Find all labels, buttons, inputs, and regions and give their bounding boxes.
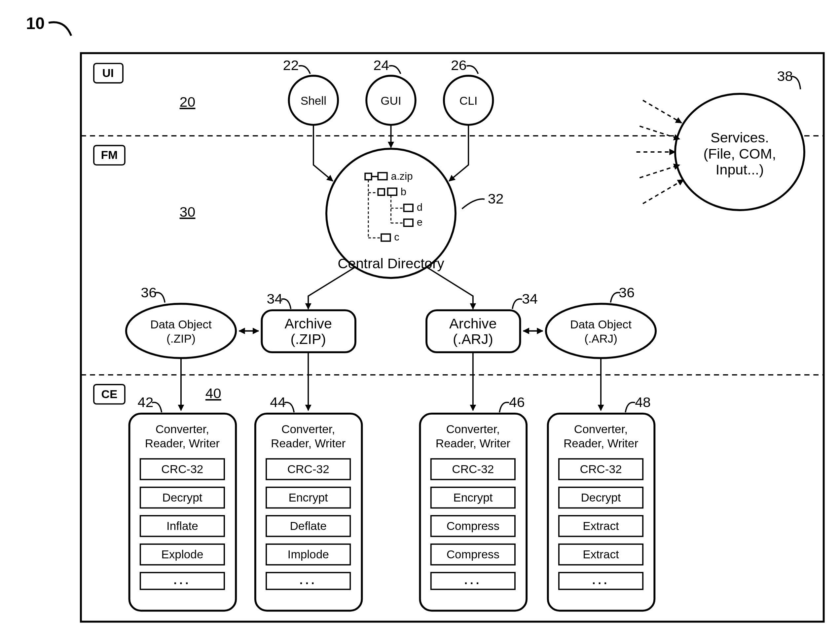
svg-text:...: ... bbox=[300, 574, 317, 587]
figure-ref: 10 bbox=[26, 14, 45, 33]
svg-text:Converter,: Converter, bbox=[574, 422, 628, 435]
svg-text:Converter,: Converter, bbox=[281, 422, 335, 435]
svg-text:CRC-32: CRC-32 bbox=[580, 462, 622, 475]
svg-text:Archive: Archive bbox=[284, 315, 332, 331]
svg-text:Extract: Extract bbox=[583, 519, 619, 532]
svg-text:Input...): Input...) bbox=[716, 161, 764, 177]
svg-text:Inflate: Inflate bbox=[166, 519, 198, 532]
svg-text:32: 32 bbox=[488, 191, 504, 207]
svg-rect-30 bbox=[404, 204, 413, 212]
svg-text:Reader, Writer: Reader, Writer bbox=[271, 437, 346, 450]
svg-rect-25 bbox=[378, 189, 384, 195]
svg-text:...: ... bbox=[464, 574, 482, 587]
architecture-diagram: 10 UI 20 FM 30 CE 40 Shell 22 GUI 24 CLI… bbox=[6, 6, 834, 633]
fm-ref: 30 bbox=[180, 204, 196, 220]
svg-rect-26 bbox=[388, 188, 397, 195]
svg-text:(.ZIP): (.ZIP) bbox=[291, 331, 326, 347]
svg-rect-19 bbox=[365, 174, 372, 180]
svg-text:Encrypt: Encrypt bbox=[453, 491, 493, 504]
svg-text:42: 42 bbox=[137, 394, 153, 410]
svg-text:Decrypt: Decrypt bbox=[581, 491, 621, 504]
svg-text:...: ... bbox=[592, 574, 610, 587]
svg-text:(File, COM,: (File, COM, bbox=[704, 146, 776, 161]
svg-text:36: 36 bbox=[619, 285, 635, 300]
svg-text:(.ARJ): (.ARJ) bbox=[584, 332, 617, 345]
ce-ref: 40 bbox=[205, 385, 221, 401]
svg-text:Explode: Explode bbox=[161, 548, 203, 561]
svg-text:CRC-32: CRC-32 bbox=[452, 462, 494, 475]
svg-text:e: e bbox=[417, 217, 423, 228]
svg-text:c: c bbox=[394, 231, 399, 243]
data-object-zip-node bbox=[126, 304, 236, 358]
svg-text:CLI: CLI bbox=[459, 94, 478, 107]
svg-text:FM: FM bbox=[101, 148, 118, 161]
svg-text:GUI: GUI bbox=[381, 94, 401, 107]
svg-text:Data Object: Data Object bbox=[570, 318, 632, 331]
svg-text:CRC-32: CRC-32 bbox=[161, 462, 203, 475]
svg-rect-33 bbox=[404, 219, 413, 226]
svg-text:b: b bbox=[401, 186, 406, 198]
converter-46: Converter, Reader, Writer CRC-32EncryptC… bbox=[420, 414, 527, 611]
svg-text:Encrypt: Encrypt bbox=[289, 491, 328, 504]
svg-text:Decrypt: Decrypt bbox=[162, 491, 202, 504]
svg-text:CE: CE bbox=[101, 388, 117, 400]
svg-text:Extract: Extract bbox=[583, 548, 619, 561]
svg-text:24: 24 bbox=[373, 57, 389, 73]
svg-text:Reader, Writer: Reader, Writer bbox=[564, 437, 638, 450]
svg-text:CRC-32: CRC-32 bbox=[287, 462, 329, 475]
svg-text:46: 46 bbox=[509, 394, 525, 410]
svg-text:...: ... bbox=[174, 574, 191, 587]
svg-text:34: 34 bbox=[522, 291, 538, 307]
svg-rect-36 bbox=[381, 234, 390, 241]
svg-text:(.ZIP): (.ZIP) bbox=[166, 332, 196, 345]
svg-text:d: d bbox=[417, 201, 423, 213]
svg-text:22: 22 bbox=[283, 57, 298, 73]
svg-rect-21 bbox=[378, 173, 387, 180]
svg-text:(.ARJ): (.ARJ) bbox=[453, 331, 493, 347]
svg-text:Archive: Archive bbox=[449, 315, 496, 331]
svg-text:Data Object: Data Object bbox=[150, 318, 212, 331]
svg-text:Converter,: Converter, bbox=[446, 422, 500, 435]
svg-text:Compress: Compress bbox=[447, 548, 499, 561]
svg-text:Shell: Shell bbox=[301, 94, 326, 107]
svg-text:34: 34 bbox=[267, 291, 283, 307]
converter-42: Converter, Reader, Writer CRC-32DecryptI… bbox=[129, 414, 236, 611]
svg-text:38: 38 bbox=[777, 68, 793, 84]
svg-text:Services.: Services. bbox=[711, 130, 769, 146]
svg-text:Reader, Writer: Reader, Writer bbox=[436, 437, 510, 450]
svg-text:44: 44 bbox=[270, 394, 286, 410]
svg-text:UI: UI bbox=[102, 66, 114, 79]
svg-text:Deflate: Deflate bbox=[290, 519, 327, 532]
svg-text:48: 48 bbox=[635, 394, 651, 410]
svg-text:Implode: Implode bbox=[288, 548, 329, 561]
converter-48: Converter, Reader, Writer CRC-32DecryptE… bbox=[548, 414, 655, 611]
ui-ref: 20 bbox=[180, 94, 196, 110]
svg-text:a.zip: a.zip bbox=[391, 171, 413, 182]
data-object-arj-node bbox=[546, 304, 656, 358]
svg-text:Reader, Writer: Reader, Writer bbox=[145, 437, 219, 450]
svg-text:Compress: Compress bbox=[447, 519, 499, 532]
svg-text:36: 36 bbox=[141, 285, 156, 300]
svg-text:Converter,: Converter, bbox=[156, 422, 209, 435]
converter-44: Converter, Reader, Writer CRC-32EncryptD… bbox=[255, 414, 362, 611]
svg-text:26: 26 bbox=[451, 57, 467, 73]
